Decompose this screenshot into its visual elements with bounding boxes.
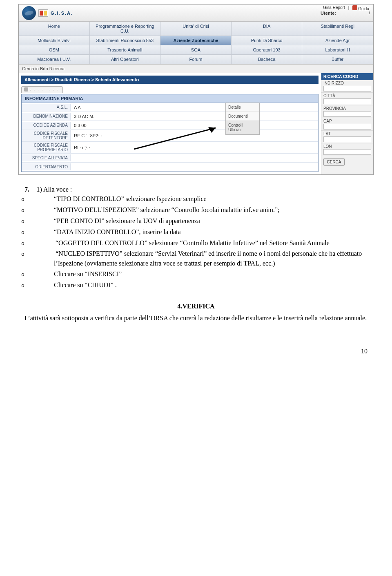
- section-title: 4.VERIFICA: [24, 301, 368, 311]
- coord-field-label: CITTÀ: [323, 94, 371, 98]
- form-value: RI · i ⁊. ·: [71, 144, 318, 152]
- form-label: SPECIE ALLEVATA: [22, 154, 71, 161]
- record-tab[interactable]: · · · · · · · ·: [21, 86, 63, 93]
- info-panel-header: INFORMAZIONE PRIMARIA: [22, 94, 318, 103]
- bullet-marker: o: [38, 282, 44, 290]
- nav-item[interactable]: Home: [19, 22, 90, 36]
- coord-field-row: LAT: [321, 131, 373, 143]
- bullet-marker: o: [38, 240, 44, 248]
- top-right-links: Gisa Report | Guida: [323, 5, 369, 11]
- page-number: 10: [24, 348, 368, 355]
- nav-item[interactable]: Unita' di Crisi: [160, 22, 232, 36]
- coord-field-row: CAP: [321, 118, 373, 131]
- coord-field-label: PROVINCIA: [323, 106, 371, 111]
- logo-globe-icon: [22, 6, 36, 20]
- form-row: CODICE AZIENDA0 3 00: [22, 121, 318, 130]
- app-screenshot: Gisa Report | Guida G.I.S.A. Utente: / H…: [18, 4, 374, 175]
- form-label: CODICE FISCALE PROPRIETARIO: [22, 142, 71, 153]
- nav-item[interactable]: Stabilimenti Riconosciuti 853: [90, 36, 161, 45]
- nav-item[interactable]: Punti Di Sbarco: [232, 36, 303, 45]
- coord-field-row: PROVINCIA: [321, 105, 373, 118]
- bullet-marker: o: [38, 251, 44, 259]
- form-row: SPECIE ALLEVATA: [22, 154, 318, 163]
- nav-item[interactable]: SOA: [160, 45, 232, 55]
- nav-item[interactable]: Laboratori H: [302, 45, 373, 55]
- coord-search-panel: RICERCA COORD INDIRIZZOCITTÀPROVINCIACAP…: [321, 73, 373, 174]
- brand: G.I.S.A.: [38, 9, 73, 17]
- app-header: G.I.S.A. Utente: /: [19, 4, 373, 22]
- form-row: CODICE FISCALE PROPRIETARIORI · i ⁊. ·: [22, 142, 318, 154]
- guide-icon: [352, 5, 357, 10]
- breadcrumb: Allevamenti > Risultati Ricerca > Scheda…: [21, 76, 318, 84]
- form-label: CODICE FISCALE DETENTORE: [22, 130, 71, 141]
- nav-item[interactable]: Operatori 193: [232, 45, 303, 55]
- form-label: DENOMINAZIONE: [22, 113, 71, 120]
- coord-field-label: INDIRIZZO: [323, 81, 371, 85]
- section-body: L’attività sarà sottoposta a verifica da…: [24, 313, 368, 323]
- coord-field-row: CITTÀ: [321, 93, 373, 105]
- coord-field-label: LON: [323, 144, 371, 149]
- coord-field-label: CAP: [323, 119, 371, 123]
- nav-item[interactable]: Stabilimenti Regi: [302, 22, 373, 36]
- form-label: A.S.L.: [22, 104, 71, 111]
- tab-icon: [24, 87, 28, 92]
- bullet-item: oCliccare su “CHIUDI” .: [24, 280, 368, 290]
- user-info: Utente: /: [321, 11, 370, 16]
- form-row: DENOMINAZIONE3 D AC M.: [22, 112, 318, 121]
- bullet-marker: o: [38, 218, 44, 226]
- bullet-item: o“OGGETTO DEL CONTROLLO” selezionare “Co…: [24, 238, 368, 248]
- coord-search-button[interactable]: CERCA: [323, 158, 345, 166]
- bullet-item: o“MOTIVO DELL’ISPEZIONE” selezionare “Co…: [24, 205, 368, 215]
- nav-item[interactable]: Aziende Agr: [302, 36, 373, 45]
- form-area: Allevamenti > Risultati Ricerca > Scheda…: [19, 73, 321, 174]
- side-menu-item[interactable]: Details: [226, 103, 259, 112]
- form-value: [71, 166, 318, 168]
- coord-field-input[interactable]: [323, 111, 371, 117]
- side-menu-item[interactable]: Documenti: [226, 112, 259, 121]
- form-value: [71, 157, 318, 159]
- bullet-marker: o: [38, 207, 44, 215]
- coord-search-header: RICERCA COORD: [321, 73, 373, 80]
- content: Allevamenti > Risultati Ricerca > Scheda…: [19, 73, 373, 174]
- nav-item[interactable]: Aziende Zootecniche: [160, 36, 232, 45]
- link-guida[interactable]: Guida: [358, 7, 369, 11]
- form-row: CODICE FISCALE DETENTORERE C ˙ ˙8P2: ·: [22, 130, 318, 142]
- coord-field-input[interactable]: [323, 124, 371, 129]
- coord-field-label: LAT: [323, 132, 371, 136]
- bullet-marker: o: [38, 271, 44, 279]
- coord-field-input[interactable]: [323, 86, 371, 92]
- form-label: CODICE AZIENDA: [22, 122, 71, 129]
- nav-item[interactable]: Molluschi Bivalvi: [19, 36, 90, 45]
- form-row: ORIENTAMENTO: [22, 163, 318, 172]
- side-menu-item[interactable]: Controlli Ufficiali: [226, 121, 259, 134]
- nav-item[interactable]: OSM: [19, 45, 90, 55]
- nav-item[interactable]: Trasporto Animali: [90, 45, 161, 55]
- coord-field-input[interactable]: [323, 98, 371, 104]
- bullet-item: o“PER CONTO DI” selezionare la UOV di ap…: [24, 216, 368, 226]
- list-intro: 7. 1) Alla voce :: [24, 185, 368, 194]
- form-value: RE C ˙ ˙8P2: ·: [71, 132, 318, 139]
- form-label: ORIENTAMENTO: [22, 163, 71, 170]
- link-gisa-report[interactable]: Gisa Report: [323, 5, 345, 11]
- nav-item[interactable]: Programmazione e Reporting C.U.: [90, 22, 161, 36]
- coord-field-input[interactable]: [323, 136, 371, 142]
- bullet-item: oCliccare su “INSERISCI”: [24, 269, 368, 279]
- info-panel: INFORMAZIONE PRIMARIA A.S.L.A ADENOMINAZ…: [21, 94, 318, 172]
- region-flag-icon: [38, 9, 48, 17]
- nav-item[interactable]: Buffer: [302, 55, 373, 64]
- sub-nav[interactable]: Cerca in Bdn Ricerca: [19, 65, 373, 73]
- nav-item[interactable]: DIA: [232, 22, 303, 36]
- form-row: A.S.L.A A: [22, 103, 318, 112]
- coord-field-input[interactable]: [323, 149, 371, 155]
- nav-item[interactable]: Altri Operatori: [90, 55, 161, 64]
- nav-item[interactable]: Macroarea I.U.V.: [19, 55, 90, 64]
- document-body: 7. 1) Alla voce : o“TIPO DI CONTROLLO” s…: [24, 185, 368, 323]
- bullet-item: o“DATA INIZIO CONTROLLO”, inserire la da…: [24, 227, 368, 237]
- nav-item[interactable]: Forum: [160, 55, 232, 64]
- bullet-marker: o: [38, 196, 44, 204]
- form-value: 3 D AC M.: [71, 113, 318, 120]
- record-side-menu: DetailsDocumentiControlli Ufficiali: [225, 103, 260, 135]
- bullet-item: o“NUCLEO ISPETTIVO” selezionare “Servizi…: [24, 249, 368, 268]
- form-value: 0 3 00: [71, 122, 318, 129]
- nav-item[interactable]: Bacheca: [232, 55, 303, 64]
